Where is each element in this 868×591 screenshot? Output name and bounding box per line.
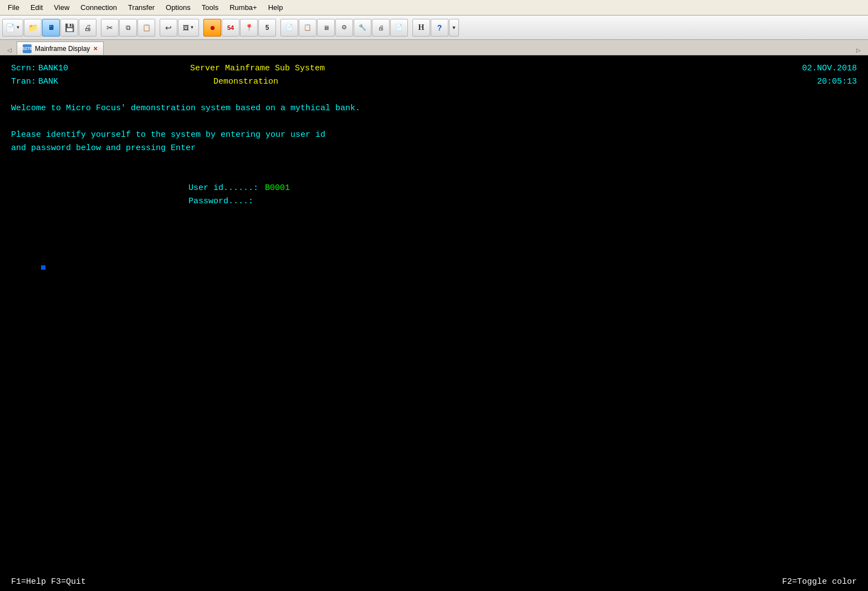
blank-line-1	[11, 89, 857, 102]
menubar: File Edit View Connection Transfer Optio…	[0, 0, 868, 16]
userid-space	[258, 182, 265, 195]
tools-button[interactable]: 🔧	[354, 19, 371, 37]
menu-edit[interactable]: Edit	[25, 2, 48, 13]
open-button[interactable]: 📁	[24, 19, 42, 37]
host-copy-button[interactable]: 📄	[280, 19, 298, 37]
save-icon: 💾	[65, 23, 74, 32]
scrn-label: Scrn:	[11, 62, 36, 75]
print-button[interactable]: 🖨	[79, 19, 96, 37]
tab-close-btn[interactable]: ×	[93, 44, 98, 53]
undo-button[interactable]: ↩	[160, 19, 177, 37]
blank-line-7	[11, 235, 857, 248]
more-button[interactable]: ▼	[449, 19, 459, 37]
mainframe-display-tab[interactable]: 3270 Mainframe Display ×	[17, 42, 104, 55]
cursor-indicator	[41, 265, 45, 270]
time-value: 20:05:13	[817, 75, 857, 89]
host-paste-icon: 📋	[304, 24, 312, 31]
cut-button[interactable]: ✂	[101, 19, 119, 37]
new-button[interactable]: 📄 ▼	[2, 19, 23, 37]
settings-button[interactable]: ⚙	[335, 19, 353, 37]
userid-row: User id......: B0001	[11, 182, 857, 195]
terminal-area: Scrn: BANK10 Server Mainframe Sub System…	[0, 55, 868, 591]
sep3	[200, 19, 203, 37]
sessions-button[interactable]: 🖥	[42, 19, 60, 37]
please-line-2: and password below and pressing Enter	[11, 142, 857, 155]
new-icon: 📄	[6, 23, 15, 32]
toolbar: 📄 ▼ 📁 🖥 💾 🖨 ✂ ⧉ 📋 ↩ 🖼 ▼ ⏺ 54 📍 5	[0, 16, 868, 40]
blank-line-5	[11, 208, 857, 222]
new-dropdown-icon: ▼	[16, 25, 21, 30]
menu-help[interactable]: Help	[263, 2, 289, 13]
more-icon: ▼	[452, 25, 457, 30]
header-row-2: Tran: BANK Demonstration 20:05:13	[11, 75, 857, 89]
terminal-content: Scrn: BANK10 Server Mainframe Sub System…	[0, 55, 868, 591]
status-right: F2=Toggle color	[782, 577, 857, 587]
record-button[interactable]: ⏺	[203, 19, 221, 37]
menu-view[interactable]: View	[48, 2, 75, 13]
menu-connection[interactable]: Connection	[75, 2, 122, 13]
display-button[interactable]: 🖥	[317, 19, 335, 37]
blank-line-6	[11, 222, 857, 235]
please-line-1: Please identify yourself to the system b…	[11, 129, 857, 142]
save-button[interactable]: 💾	[60, 19, 78, 37]
password-input[interactable]	[260, 195, 326, 208]
sep5	[409, 19, 412, 37]
sep2	[156, 19, 159, 37]
menu-file[interactable]: File	[2, 2, 25, 13]
paste-icon: 📋	[142, 24, 151, 32]
tran-value: BANK	[38, 75, 58, 89]
system-title: Server Mainframe Sub System	[190, 62, 325, 75]
welcome-line: Welcome to Micro Focus' demonstration sy…	[11, 102, 857, 115]
menu-rumba[interactable]: Rumba+	[224, 2, 263, 13]
scrn-value: BANK10	[38, 62, 68, 75]
font-button[interactable]: H	[412, 19, 430, 37]
record-icon: ⏺	[210, 24, 216, 31]
print-icon: 🖨	[84, 23, 91, 32]
blank-line-2	[11, 115, 857, 129]
userid-value: B0001	[265, 182, 290, 195]
screen-copy-icon: 🖼	[183, 24, 189, 31]
hotspot-button[interactable]: 📍	[240, 19, 258, 37]
tab-scroll-right-btn[interactable]: ▷	[854, 45, 864, 55]
menu-tools[interactable]: Tools	[196, 2, 224, 13]
screen-copy-button[interactable]: 🖼 ▼	[178, 19, 199, 37]
tab-nav-left: ◁	[4, 45, 14, 55]
tabbar: ◁ 3270 Mainframe Display × ▷	[0, 40, 868, 55]
userid-label: User id......:	[188, 182, 258, 195]
blank-line-3	[11, 155, 857, 168]
file2-button[interactable]: 📄	[390, 19, 408, 37]
print2-button[interactable]: 🖨	[372, 19, 390, 37]
num5-button[interactable]: 5	[258, 19, 276, 37]
num5-icon: 5	[265, 24, 269, 32]
gear-icon: ⚙	[341, 24, 347, 31]
system-subtitle: Demonstration	[213, 75, 278, 89]
tools-icon: 🔧	[359, 24, 366, 31]
header-row-1: Scrn: BANK10 Server Mainframe Sub System…	[11, 62, 857, 75]
tab-nav-right: ▷	[854, 45, 864, 55]
status-left: F1=Help F3=Quit	[11, 577, 86, 587]
help-icon: ?	[437, 23, 442, 32]
menu-transfer[interactable]: Transfer	[122, 2, 160, 13]
cut-icon: ✂	[106, 23, 113, 32]
font-icon: H	[418, 23, 425, 32]
print2-icon: 🖨	[378, 24, 384, 31]
macro-icon: 54	[227, 24, 234, 31]
host-paste-button[interactable]: 📋	[299, 19, 316, 37]
hotspot-icon: 📍	[245, 24, 253, 32]
blank-line-4	[11, 168, 857, 182]
tab-scroll-left-btn[interactable]: ◁	[4, 45, 14, 55]
menu-options[interactable]: Options	[160, 2, 196, 13]
macro-button[interactable]: 54	[222, 19, 239, 37]
tab-label: Mainframe Display	[35, 45, 90, 53]
paste-button[interactable]: 📋	[137, 19, 155, 37]
host-copy-icon: 📄	[285, 24, 293, 31]
copy-button[interactable]: ⧉	[119, 19, 137, 37]
sep4	[277, 19, 280, 37]
password-label: Password....:	[188, 195, 253, 208]
copy-icon: ⧉	[126, 24, 131, 32]
open-icon: 📁	[28, 23, 38, 32]
sessions-icon: 🖥	[48, 24, 54, 32]
help-button[interactable]: ?	[431, 19, 448, 37]
sc-dropdown-icon: ▼	[190, 25, 195, 30]
password-space	[253, 195, 260, 208]
